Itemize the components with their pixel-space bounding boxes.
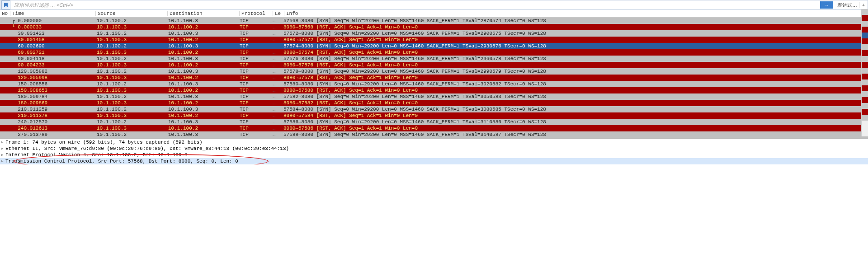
col-destination[interactable]: Destination: [168, 11, 240, 16]
apply-filter-button[interactable]: →: [820, 1, 833, 9]
table-row[interactable]: 150.00855610.1.100.210.1.100.3TCP…57580→…: [0, 81, 868, 87]
detail-ip-text: Internet Protocol Version 4, Src: 10.1.1…: [5, 152, 188, 158]
table-row[interactable]: 120.00588210.1.100.210.1.100.3TCP…57578→…: [0, 68, 868, 75]
expand-icon[interactable]: ▹: [1, 152, 5, 158]
table-row[interactable]: 240.01257010.1.100.210.1.100.3TCP…57586→…: [0, 119, 868, 125]
col-source[interactable]: Source: [96, 11, 168, 16]
packet-details-pane: ▹ Frame 1: 74 bytes on wire (592 bits), …: [0, 138, 868, 164]
table-row[interactable]: 90.00423310.1.100.310.1.100.2TCP…8080→57…: [0, 62, 868, 68]
table-row[interactable]: 210.01137810.1.100.310.1.100.2TCP…8080→5…: [0, 112, 868, 119]
table-row[interactable]: 240.01261310.1.100.310.1.100.2TCP…8080→5…: [0, 125, 868, 131]
col-time[interactable]: Time: [10, 11, 96, 16]
expand-icon[interactable]: ▹: [1, 139, 5, 145]
table-row[interactable]: ┌ 0.00000010.1.100.210.1.100.3TCP…57568→…: [0, 18, 868, 24]
table-row[interactable]: 180.00986910.1.100.310.1.100.2TCP…8080→5…: [0, 100, 868, 106]
detail-tcp-text: Transmission Control Protocol, Src Port:…: [5, 158, 238, 164]
col-length[interactable]: Le: [273, 11, 284, 16]
table-row[interactable]: 180.00978410.1.100.210.1.100.3TCP…57582→…: [0, 93, 868, 100]
detail-ethernet[interactable]: ▹ Ethernet II, Src: Vmware_76:d9:80 (00:…: [0, 145, 868, 152]
table-row[interactable]: 120.00599810.1.100.310.1.100.2TCP…8080→5…: [0, 75, 868, 81]
expand-icon[interactable]: ▹: [1, 145, 5, 152]
expand-icon[interactable]: ▹: [1, 158, 5, 164]
table-row[interactable]: 90.00411810.1.100.210.1.100.3TCP…57576→8…: [0, 56, 868, 62]
col-protocol[interactable]: Protocol: [240, 11, 273, 16]
packet-scrollbar[interactable]: [861, 9, 868, 136]
detail-tcp[interactable]: ▹ Transmission Control Protocol, Src Por…: [0, 158, 868, 164]
packet-list[interactable]: ┌ 0.00000010.1.100.210.1.100.3TCP…57568→…: [0, 18, 868, 138]
display-filter-input[interactable]: 应用显示过滤器 … <Ctrl-/>: [11, 2, 76, 9]
display-filter-toolbar: 应用显示过滤器 … <Ctrl-/> → 表达式… +: [0, 0, 868, 10]
table-row[interactable]: 60.00272110.1.100.310.1.100.2TCP…8080→57…: [0, 49, 868, 56]
table-row[interactable]: 30.00142310.1.100.210.1.100.3TCP…57572→8…: [0, 30, 868, 37]
detail-ip[interactable]: ▹ Internet Protocol Version 4, Src: 10.1…: [0, 152, 868, 158]
detail-eth-text: Ethernet II, Src: Vmware_76:d9:80 (00:0c…: [5, 145, 289, 152]
arrow-right-icon: →: [824, 2, 829, 8]
detail-frame[interactable]: ▹ Frame 1: 74 bytes on wire (592 bits), …: [0, 139, 868, 145]
col-no[interactable]: No: [0, 11, 10, 16]
table-row[interactable]: 150.00865310.1.100.310.1.100.2TCP…8080→5…: [0, 87, 868, 93]
table-row[interactable]: 30.00145810.1.100.310.1.100.2TCP…8080→57…: [0, 37, 868, 43]
bookmark-filter-icon[interactable]: [1, 0, 10, 9]
table-row[interactable]: └ 0.00003310.1.100.310.1.100.2TCP…8080→5…: [0, 24, 868, 30]
table-row[interactable]: 270.01378910.1.100.210.1.100.3TCP…57588→…: [0, 131, 868, 138]
expression-button[interactable]: 表达式…: [835, 2, 859, 9]
col-info[interactable]: Info: [284, 11, 868, 16]
packet-list-header: No Time Source Destination Protocol Le I…: [0, 10, 868, 18]
table-row[interactable]: 210.01125910.1.100.210.1.100.3TCP…57584→…: [0, 106, 868, 112]
table-row[interactable]: 60.00269010.1.100.210.1.100.3TCP…57574→8…: [0, 43, 868, 49]
detail-frame-text: Frame 1: 74 bytes on wire (592 bits), 74…: [5, 139, 203, 145]
add-filter-button[interactable]: +: [859, 2, 868, 8]
